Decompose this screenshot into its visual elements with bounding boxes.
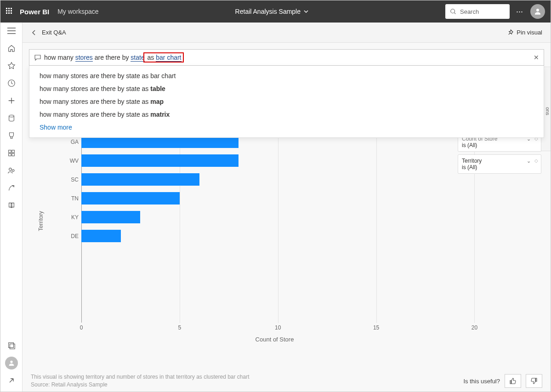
exit-qna-button[interactable]: Exit Q&A (31, 29, 66, 36)
pin-visual-label: Pin visual (517, 29, 542, 36)
chevron-down-icon (303, 9, 309, 14)
visual-source: Source: Retail Analysis Sample (31, 381, 250, 388)
hamburger-icon[interactable] (7, 26, 16, 35)
popout-icon[interactable] (7, 376, 16, 385)
filter-cards: Count of Store is (All) ⌄ ◇ Territory is… (458, 133, 541, 174)
category-label: KY (68, 214, 79, 221)
qna-suggestion[interactable]: how many stores are there by state as ma… (40, 95, 544, 108)
category-label: SC (68, 176, 79, 183)
clear-input-icon[interactable]: ✕ (534, 54, 539, 61)
qna-input[interactable]: how many stores are there by state as ba… (29, 49, 544, 66)
svg-point-9 (12, 170, 14, 172)
thumbs-up-icon (509, 377, 517, 385)
qna-suggestions-panel: how many stores are there by state as ba… (29, 66, 544, 138)
x-tick-label: 0 (80, 324, 83, 331)
category-label: WV (68, 158, 79, 164)
datahub-icon[interactable] (7, 114, 16, 123)
global-search-input[interactable]: Search (445, 4, 510, 19)
thumbs-up-button[interactable] (505, 374, 521, 388)
person-icon (534, 7, 542, 16)
feedback-label: Is this useful? (464, 378, 500, 385)
x-axis-title: Count of Store (256, 336, 294, 343)
chart-bar[interactable] (81, 230, 121, 242)
category-label: GA (68, 139, 79, 145)
qna-action-bar: Exit Q&A Pin visual (23, 23, 551, 43)
bar-row: KY (81, 210, 514, 225)
bar-row: SC (81, 172, 514, 187)
report-title-dropdown[interactable]: Retail Analysis Sample (99, 8, 445, 15)
bar-row: DE (81, 228, 514, 244)
category-label: DE (68, 233, 79, 239)
category-label: TN (68, 195, 79, 202)
bar-row: TN (81, 191, 514, 206)
chevron-left-icon (31, 29, 37, 36)
favorites-icon[interactable] (7, 61, 16, 70)
svg-rect-10 (8, 343, 13, 348)
svg-rect-4 (8, 150, 11, 153)
filter-card-sub: is (All) (462, 164, 537, 170)
qna-suggestion[interactable]: how many stores are there by state as ta… (40, 82, 544, 95)
global-topbar: Power BI My workspace Retail Analysis Sa… (0, 0, 551, 23)
shared-icon[interactable] (7, 166, 16, 175)
x-tick-label: 15 (373, 324, 379, 331)
svg-rect-5 (11, 150, 14, 153)
thumbs-down-icon (530, 377, 538, 385)
chart-bar[interactable] (81, 192, 180, 205)
pipelines-icon[interactable] (7, 183, 16, 193)
thumbs-down-button[interactable] (526, 374, 542, 388)
recent-icon[interactable] (7, 79, 16, 88)
user-avatar[interactable] (530, 4, 545, 19)
svg-point-1 (536, 9, 539, 11)
svg-rect-7 (11, 153, 14, 156)
learn-icon[interactable] (7, 201, 16, 210)
filter-card-sub: is (All) (462, 142, 537, 148)
more-menu-icon[interactable]: ··· (516, 7, 523, 17)
search-icon (450, 8, 456, 15)
workspaces-icon[interactable] (7, 341, 16, 350)
qna-footer: This visual is showing territory and num… (31, 374, 542, 388)
x-tick-label: 10 (275, 324, 281, 331)
show-more-link[interactable]: Show more (40, 121, 544, 134)
eraser-icon[interactable]: ◇ (534, 158, 538, 163)
chevron-down-icon: ⌄ (527, 158, 531, 164)
visual-description: This visual is showing territory and num… (31, 374, 250, 380)
svg-point-8 (9, 168, 11, 170)
app-launcher-icon[interactable] (6, 8, 13, 15)
exit-qna-label: Exit Q&A (42, 29, 66, 36)
x-tick-label: 20 (471, 324, 477, 331)
apps-icon[interactable] (7, 148, 16, 158)
goals-icon[interactable] (7, 131, 16, 140)
chart-bar[interactable] (81, 154, 239, 167)
home-icon[interactable] (7, 44, 16, 53)
bar-row: WV (81, 153, 514, 168)
search-placeholder: Search (460, 8, 479, 15)
report-title-label: Retail Analysis Sample (235, 8, 301, 15)
workspace-name[interactable]: My workspace (57, 8, 98, 15)
left-nav-rail (0, 23, 23, 392)
svg-rect-11 (10, 344, 15, 349)
create-icon[interactable] (7, 96, 16, 105)
qna-suggestion[interactable]: how many stores are there by state as ma… (40, 108, 544, 121)
chart-bar[interactable] (81, 173, 199, 186)
main-canvas: Exit Q&A Pin visual how many stores are … (23, 23, 551, 392)
my-workspace-avatar[interactable] (5, 357, 18, 369)
filter-card[interactable]: Territory is (All) ⌄ ◇ (458, 154, 541, 174)
y-axis-title: Territory (38, 211, 44, 231)
pin-visual-button[interactable]: Pin visual (507, 29, 542, 36)
svg-rect-6 (8, 153, 11, 156)
x-tick-label: 5 (178, 324, 182, 331)
filter-card-title: Territory (462, 158, 537, 164)
chat-icon (34, 54, 41, 61)
qna-suggestion[interactable]: how many stores are there by state as ba… (40, 69, 544, 82)
svg-point-3 (9, 115, 14, 117)
chart-bar[interactable] (81, 211, 140, 223)
svg-point-12 (10, 361, 12, 363)
brand-name: Power BI (20, 8, 49, 16)
pin-icon (507, 29, 514, 36)
qna-text: how many stores are there by state as ba… (44, 54, 534, 61)
svg-point-0 (451, 9, 455, 13)
